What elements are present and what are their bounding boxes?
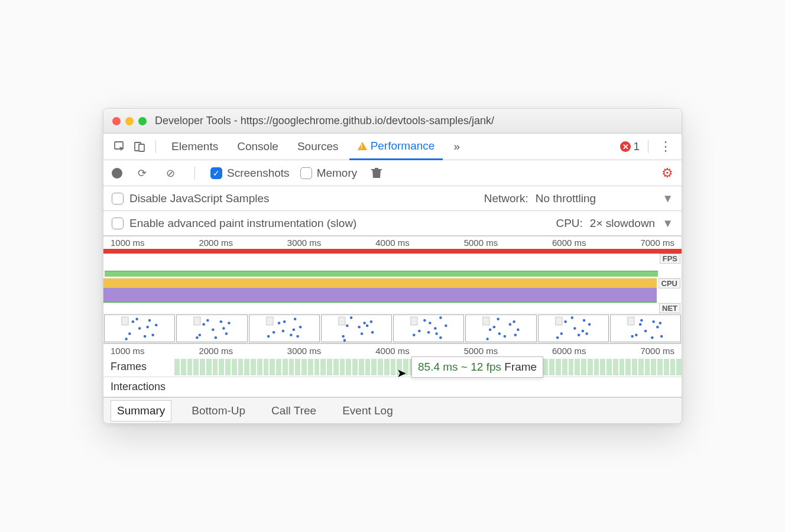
- results-tab-summary[interactable]: Summary: [111, 400, 171, 421]
- screenshot-thumbnail[interactable]: [176, 314, 247, 342]
- frame-bar[interactable]: [645, 359, 650, 375]
- more-tabs-button[interactable]: »: [445, 134, 468, 160]
- frame-bar[interactable]: [333, 359, 339, 375]
- frame-bar[interactable]: [232, 359, 237, 375]
- frame-bar[interactable]: [435, 359, 440, 375]
- frame-bar[interactable]: [193, 359, 199, 375]
- enable-paint-toggle[interactable]: Enable advanced paint instrumentation (s…: [112, 217, 356, 230]
- capture-settings-icon[interactable]: ⚙: [661, 166, 673, 181]
- frame-bar[interactable]: [676, 359, 682, 375]
- frame-bar[interactable]: [505, 359, 510, 375]
- frame-bar[interactable]: [384, 359, 390, 375]
- frame-bar[interactable]: [340, 359, 345, 375]
- frame-bar[interactable]: [320, 359, 326, 375]
- frame-bar[interactable]: [632, 359, 637, 375]
- frame-bar[interactable]: [581, 359, 586, 375]
- disable-js-samples-toggle[interactable]: Disable JavaScript Samples: [112, 192, 270, 205]
- frame-bar[interactable]: [492, 359, 498, 375]
- device-toggle-icon[interactable]: [131, 138, 148, 155]
- frame-bar[interactable]: [391, 359, 396, 375]
- screenshot-thumbnail[interactable]: [538, 314, 609, 342]
- window-titlebar[interactable]: Developer Tools - https://googlechrome.g…: [103, 109, 682, 134]
- frame-bar[interactable]: [264, 359, 269, 375]
- tab-elements[interactable]: Elements: [163, 134, 226, 160]
- frame-bar[interactable]: [530, 359, 536, 375]
- frame-bar[interactable]: [289, 359, 294, 375]
- frames-bars[interactable]: ➤ 85.4 ms ~ 12 fps Frame: [174, 359, 682, 375]
- screenshots-toggle[interactable]: ✓ Screenshots: [210, 167, 290, 180]
- frame-bar[interactable]: [251, 359, 256, 375]
- frame-bar[interactable]: [295, 359, 300, 375]
- frame-bar[interactable]: [187, 359, 193, 375]
- tab-performance[interactable]: Performance: [349, 134, 443, 160]
- frame-bar[interactable]: [422, 359, 427, 375]
- frame-bar[interactable]: [473, 359, 478, 375]
- checkbox-unchecked-icon[interactable]: [112, 193, 124, 205]
- inspect-element-icon[interactable]: [111, 138, 128, 155]
- frame-bar[interactable]: [301, 359, 307, 375]
- frame-bar[interactable]: [600, 359, 605, 375]
- frame-bar[interactable]: [371, 359, 377, 375]
- chevron-down-icon[interactable]: ▼: [662, 217, 673, 230]
- frame-bar[interactable]: [670, 359, 676, 375]
- interactions-track[interactable]: Interactions: [103, 377, 682, 397]
- frame-bar[interactable]: [225, 359, 231, 375]
- frame-bar[interactable]: [562, 359, 567, 375]
- frame-bar[interactable]: [314, 359, 320, 375]
- frame-bar[interactable]: [454, 359, 459, 375]
- frame-bar[interactable]: [283, 359, 288, 375]
- zoom-window-button[interactable]: [138, 117, 147, 125]
- frame-bar[interactable]: [308, 359, 313, 375]
- frame-bar[interactable]: [378, 359, 383, 375]
- frame-bar[interactable]: [498, 359, 504, 375]
- cpu-throttle-select[interactable]: 2× slowdown: [590, 217, 655, 230]
- frame-bar[interactable]: [606, 359, 612, 375]
- garbage-collect-icon[interactable]: [368, 164, 385, 182]
- frame-bar[interactable]: [200, 359, 205, 375]
- frame-bar[interactable]: [346, 359, 351, 375]
- minimize-window-button[interactable]: [125, 117, 134, 125]
- frames-track[interactable]: Frames ➤ 85.4 ms ~ 12 fps Frame: [103, 357, 682, 377]
- results-tab-event-log[interactable]: Event Log: [336, 401, 399, 421]
- frame-bar[interactable]: [619, 359, 625, 375]
- frame-bar[interactable]: [416, 359, 421, 375]
- frame-bar[interactable]: [276, 359, 281, 375]
- frame-bar[interactable]: [613, 359, 618, 375]
- frame-bar[interactable]: [181, 359, 186, 375]
- frame-bar[interactable]: [467, 359, 472, 375]
- frame-bar[interactable]: [518, 359, 523, 375]
- screenshot-thumbnail[interactable]: [393, 314, 464, 342]
- frame-bar[interactable]: [270, 359, 275, 375]
- frame-bar[interactable]: [397, 359, 402, 375]
- screenshot-thumbnail[interactable]: [321, 314, 392, 342]
- frame-bar[interactable]: [359, 359, 364, 375]
- frame-bar[interactable]: [524, 359, 529, 375]
- frame-bar[interactable]: [244, 359, 249, 375]
- checkbox-unchecked-icon[interactable]: [300, 167, 312, 179]
- frame-bar[interactable]: [638, 359, 644, 375]
- frame-bar[interactable]: [257, 359, 262, 375]
- frame-bar[interactable]: [594, 359, 599, 375]
- frame-bar[interactable]: [460, 359, 466, 375]
- frame-bar[interactable]: [588, 359, 593, 375]
- frame-bar[interactable]: [511, 359, 517, 375]
- screenshots-filmstrip[interactable]: [103, 314, 682, 343]
- record-button[interactable]: [112, 168, 122, 179]
- screenshot-thumbnail[interactable]: [104, 314, 175, 342]
- frame-bar[interactable]: [569, 359, 574, 375]
- frame-bar[interactable]: [549, 359, 554, 375]
- frame-bar[interactable]: [219, 359, 224, 375]
- frame-bar[interactable]: [174, 359, 180, 375]
- flamechart-pane[interactable]: 1000 ms 2000 ms 3000 ms 4000 ms 5000 ms …: [103, 344, 682, 397]
- tab-sources[interactable]: Sources: [289, 134, 347, 160]
- overview-ruler[interactable]: 1000 ms 2000 ms 3000 ms 4000 ms 5000 ms …: [103, 236, 682, 249]
- chevron-down-icon[interactable]: ▼: [662, 192, 673, 205]
- frame-bar[interactable]: [213, 359, 218, 375]
- flamechart-ruler[interactable]: 1000 ms 2000 ms 3000 ms 4000 ms 5000 ms …: [103, 344, 682, 357]
- frame-bar[interactable]: [447, 359, 453, 375]
- results-tab-call-tree[interactable]: Call Tree: [265, 401, 322, 421]
- frame-bar[interactable]: [365, 359, 371, 375]
- frame-bar[interactable]: [206, 359, 212, 375]
- frame-bar[interactable]: [238, 359, 244, 375]
- screenshot-thumbnail[interactable]: [610, 314, 681, 342]
